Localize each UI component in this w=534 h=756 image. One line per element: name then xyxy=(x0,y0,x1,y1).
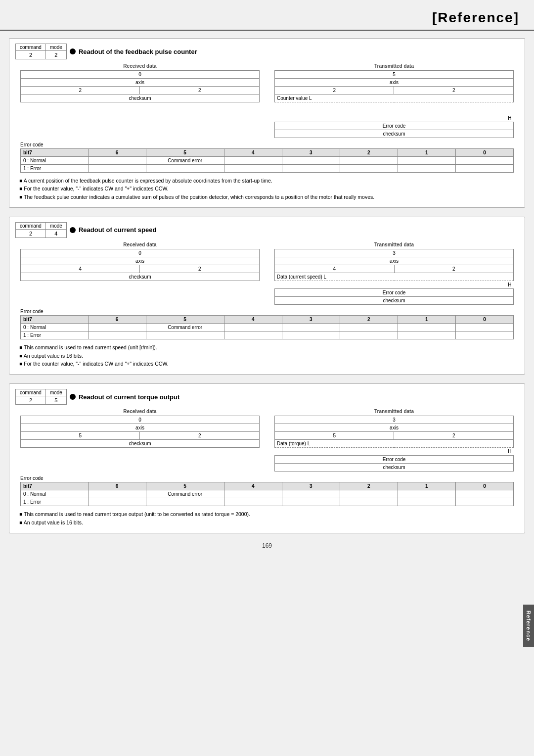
note-2-1: ■ This command is used to read current s… xyxy=(19,343,515,352)
note-2-2: ■ An output value is 16 bits. xyxy=(19,352,515,360)
page-number: 169 xyxy=(262,542,272,549)
page: [Reference] command mode 2 2 Readout of … xyxy=(0,0,534,756)
transmitted-label-1: Transmitted data xyxy=(274,63,514,69)
bullet-icon-3 xyxy=(70,394,76,400)
note-1-3: ■ The feedback pulse counter indicates a… xyxy=(19,193,515,201)
received-half-3: Received data0axis52checksum xyxy=(20,409,260,472)
notes-1: ■ A current position of the feedback pul… xyxy=(15,177,519,201)
error-table-2: bit765432100 : NormalCommand error1 : Er… xyxy=(20,315,514,339)
error-table-3: bit765432100 : NormalCommand error1 : Er… xyxy=(20,482,514,506)
section-card-1: command mode 2 2 Readout of the feedback… xyxy=(9,38,525,208)
error-section-2: Error codebit765432100 : NormalCommand e… xyxy=(15,309,519,339)
transmitted-label-2: Transmitted data xyxy=(274,242,514,247)
sections-container: command mode 2 2 Readout of the feedback… xyxy=(0,38,534,533)
data-area-3: Received data0axis52checksumTransmitted … xyxy=(15,409,519,472)
section-title-3: Readout of current torque output xyxy=(70,393,179,401)
cmd-mode-table-2: command mode 2 4 xyxy=(15,222,67,238)
section-header-2: command mode 2 4 Readout of current spee… xyxy=(15,222,519,238)
section-header-1: command mode 2 2 Readout of the feedback… xyxy=(15,44,519,59)
received-label-2: Received data xyxy=(20,242,260,247)
transmitted-table-1: 5axis22Counter value LHError codechecksu… xyxy=(274,70,514,138)
page-header: [Reference] xyxy=(0,5,534,31)
section-title-2: Readout of current speed xyxy=(70,226,156,234)
notes-3: ■ This command is used to read current t… xyxy=(15,510,519,527)
error-label-3: Error code xyxy=(20,475,514,481)
section-title-text-3: Readout of current torque output xyxy=(79,393,179,401)
received-label-1: Received data xyxy=(20,63,260,69)
note-1-2: ■ For the counter value, "-" indicates C… xyxy=(19,185,515,193)
error-section-3: Error codebit765432100 : NormalCommand e… xyxy=(15,475,519,506)
section-card-3: command mode 2 5 Readout of current torq… xyxy=(9,383,525,533)
section-card-2: command mode 2 4 Readout of current spee… xyxy=(9,217,525,375)
received-table-2: 0axis42checksum xyxy=(20,249,260,281)
error-label-2: Error code xyxy=(20,309,514,314)
cmd-mode-table-1: command mode 2 2 xyxy=(15,44,67,59)
notes-2: ■ This command is used to read current s… xyxy=(15,343,519,368)
error-section-1: Error codebit765432100 : NormalCommand e… xyxy=(15,142,519,173)
note-1-1: ■ A current position of the feedback pul… xyxy=(19,177,515,185)
page-title: [Reference] xyxy=(0,10,519,26)
footer: 169 xyxy=(0,542,534,549)
transmitted-table-3: 3axis52Data (torque) LHError codechecksu… xyxy=(274,416,514,472)
error-table-1: bit765432100 : NormalCommand error1 : Er… xyxy=(20,148,514,173)
side-tab-label: Reference xyxy=(526,611,532,641)
data-area-2: Received data0axis42checksumTransmitted … xyxy=(15,242,519,305)
transmitted-table-2: 3axis42Data (current speed) LHError code… xyxy=(274,249,514,305)
cmd-mode-table-3: command mode 2 5 xyxy=(15,389,67,405)
note-3-1: ■ This command is used to read current t… xyxy=(19,510,515,519)
error-label-1: Error code xyxy=(20,142,514,147)
transmitted-half-1: Transmitted data5axis22Counter value LHE… xyxy=(274,63,514,138)
note-3-2: ■ An output value is 16 bits. xyxy=(19,519,515,527)
side-tab-reference: Reference xyxy=(523,605,534,647)
section-title-1: Readout of the feedback pulse counter xyxy=(70,48,197,55)
section-title-text-1: Readout of the feedback pulse counter xyxy=(79,48,197,55)
transmitted-half-3: Transmitted data3axis52Data (torque) LHE… xyxy=(274,409,514,472)
bullet-icon-2 xyxy=(70,227,76,233)
transmitted-label-3: Transmitted data xyxy=(274,409,514,414)
section-title-text-2: Readout of current speed xyxy=(79,226,156,234)
bullet-icon-1 xyxy=(70,48,76,54)
data-area-1: Received data0axis22checksumTransmitted … xyxy=(15,63,519,138)
received-table-1: 0axis22checksum xyxy=(20,70,260,102)
received-table-3: 0axis52checksum xyxy=(20,416,260,448)
received-half-2: Received data0axis42checksum xyxy=(20,242,260,305)
section-header-3: command mode 2 5 Readout of current torq… xyxy=(15,389,519,405)
note-2-3: ■ For the counter value, "-" indicates C… xyxy=(19,360,515,368)
received-half-1: Received data0axis22checksum xyxy=(20,63,260,138)
transmitted-half-2: Transmitted data3axis42Data (current spe… xyxy=(274,242,514,305)
received-label-3: Received data xyxy=(20,409,260,414)
